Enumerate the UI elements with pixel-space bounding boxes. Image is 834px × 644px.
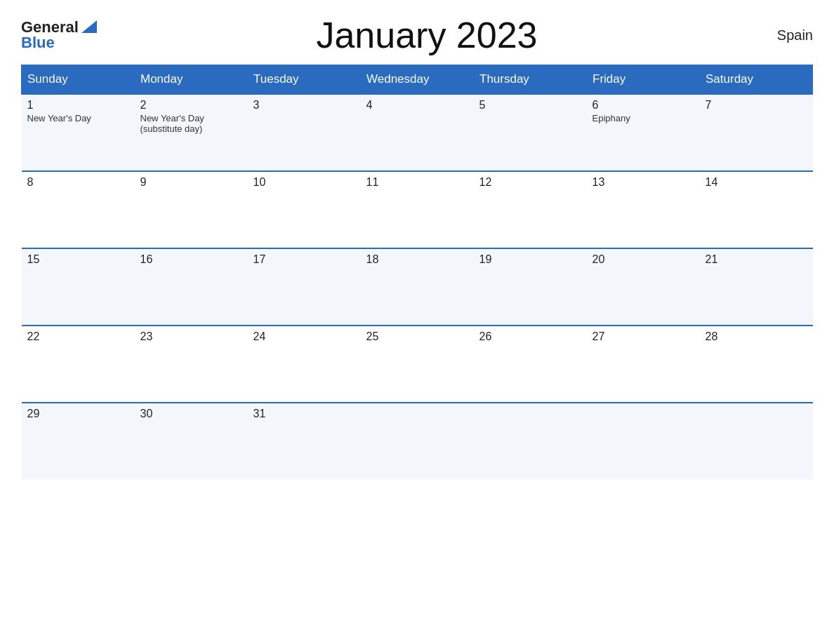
day-number: 31 bbox=[253, 408, 355, 420]
day-number: 7 bbox=[706, 99, 807, 112]
calendar-cell: 31 bbox=[248, 403, 361, 480]
page: General Blue January 2023 Spain SundayMo… bbox=[0, 0, 834, 644]
calendar-week-row: 293031 bbox=[22, 403, 813, 480]
day-number: 1 bbox=[27, 99, 129, 112]
day-number: 3 bbox=[253, 99, 355, 112]
calendar-body: 1New Year's Day2New Year's Day (substitu… bbox=[22, 94, 813, 480]
calendar-header: SundayMondayTuesdayWednesdayThursdayFrid… bbox=[22, 65, 813, 95]
calendar-cell: 14 bbox=[700, 171, 813, 248]
calendar-week-row: 891011121314 bbox=[22, 171, 813, 248]
calendar-cell: 6Epiphany bbox=[587, 94, 700, 171]
month-title: January 2023 bbox=[97, 14, 757, 56]
day-number: 12 bbox=[479, 176, 581, 189]
day-of-week-header: Monday bbox=[135, 65, 248, 95]
day-of-week-header: Friday bbox=[587, 65, 700, 95]
calendar-cell: 23 bbox=[135, 326, 248, 403]
calendar-cell bbox=[700, 403, 813, 480]
day-number: 13 bbox=[593, 176, 694, 189]
days-of-week-row: SundayMondayTuesdayWednesdayThursdayFrid… bbox=[22, 65, 813, 95]
calendar-cell: 28 bbox=[700, 326, 813, 403]
calendar-cell bbox=[474, 403, 587, 480]
day-number: 28 bbox=[706, 330, 807, 343]
day-number: 16 bbox=[140, 253, 242, 266]
calendar-cell: 5 bbox=[474, 94, 587, 171]
calendar-week-row: 1New Year's Day2New Year's Day (substitu… bbox=[22, 94, 813, 171]
calendar-cell: 4 bbox=[361, 94, 474, 171]
calendar-cell: 25 bbox=[361, 326, 474, 403]
day-number: 9 bbox=[140, 176, 242, 189]
day-number: 29 bbox=[27, 408, 129, 420]
calendar-cell: 2New Year's Day (substitute day) bbox=[135, 94, 248, 171]
calendar-week-row: 15161718192021 bbox=[22, 248, 813, 326]
calendar-cell: 13 bbox=[587, 171, 700, 248]
day-number: 11 bbox=[366, 176, 468, 189]
calendar-cell: 11 bbox=[361, 171, 474, 248]
calendar-cell: 29 bbox=[22, 403, 135, 480]
holiday-name: Epiphany bbox=[593, 113, 694, 123]
logo-general-text: General bbox=[21, 20, 79, 35]
day-number: 14 bbox=[706, 176, 807, 189]
day-number: 4 bbox=[366, 99, 468, 112]
calendar-cell: 15 bbox=[22, 248, 135, 326]
calendar-week-row: 22232425262728 bbox=[22, 326, 813, 403]
day-number: 10 bbox=[253, 176, 355, 189]
calendar-cell: 17 bbox=[248, 248, 361, 326]
calendar-cell: 16 bbox=[135, 248, 248, 326]
calendar-cell: 18 bbox=[361, 248, 474, 326]
calendar-cell bbox=[587, 403, 700, 480]
logo: General Blue bbox=[21, 20, 97, 51]
day-number: 8 bbox=[27, 176, 129, 189]
calendar-cell: 8 bbox=[22, 171, 135, 248]
day-of-week-header: Sunday bbox=[22, 65, 135, 95]
calendar-cell: 24 bbox=[248, 326, 361, 403]
calendar-cell: 30 bbox=[135, 403, 248, 480]
logo-triangle-icon bbox=[81, 20, 97, 33]
calendar-cell: 12 bbox=[474, 171, 587, 248]
logo-blue-text: Blue bbox=[21, 35, 55, 51]
day-number: 25 bbox=[366, 330, 468, 343]
day-number: 17 bbox=[253, 253, 355, 266]
day-number: 19 bbox=[479, 253, 581, 266]
country-label: Spain bbox=[757, 27, 813, 43]
calendar-cell bbox=[361, 403, 474, 480]
day-number: 2 bbox=[140, 99, 242, 112]
calendar-cell: 10 bbox=[248, 171, 361, 248]
day-of-week-header: Wednesday bbox=[361, 65, 474, 95]
calendar-cell: 7 bbox=[700, 94, 813, 171]
calendar-cell: 3 bbox=[248, 94, 361, 171]
day-number: 5 bbox=[479, 99, 581, 112]
day-number: 26 bbox=[479, 330, 581, 343]
calendar-cell: 1New Year's Day bbox=[22, 94, 135, 171]
day-of-week-header: Saturday bbox=[700, 65, 813, 95]
day-number: 6 bbox=[593, 99, 694, 112]
day-number: 21 bbox=[706, 253, 807, 266]
holiday-name: New Year's Day (substitute day) bbox=[140, 113, 242, 134]
svg-marker-0 bbox=[81, 20, 97, 33]
day-number: 23 bbox=[140, 330, 242, 343]
holiday-name: New Year's Day bbox=[27, 113, 129, 123]
day-number: 20 bbox=[593, 253, 694, 266]
day-number: 18 bbox=[366, 253, 468, 266]
day-of-week-header: Tuesday bbox=[248, 65, 361, 95]
calendar-cell: 27 bbox=[587, 326, 700, 403]
calendar-cell: 21 bbox=[700, 248, 813, 326]
day-number: 15 bbox=[27, 253, 129, 266]
day-number: 24 bbox=[253, 330, 355, 343]
day-number: 22 bbox=[27, 330, 129, 343]
calendar-table: SundayMondayTuesdayWednesdayThursdayFrid… bbox=[21, 65, 813, 480]
day-of-week-header: Thursday bbox=[474, 65, 587, 95]
header: General Blue January 2023 Spain bbox=[21, 14, 813, 56]
calendar-cell: 9 bbox=[135, 171, 248, 248]
calendar-cell: 19 bbox=[474, 248, 587, 326]
calendar-cell: 22 bbox=[22, 326, 135, 403]
day-number: 30 bbox=[140, 408, 242, 420]
calendar-cell: 26 bbox=[474, 326, 587, 403]
day-number: 27 bbox=[593, 330, 694, 343]
calendar-cell: 20 bbox=[587, 248, 700, 326]
